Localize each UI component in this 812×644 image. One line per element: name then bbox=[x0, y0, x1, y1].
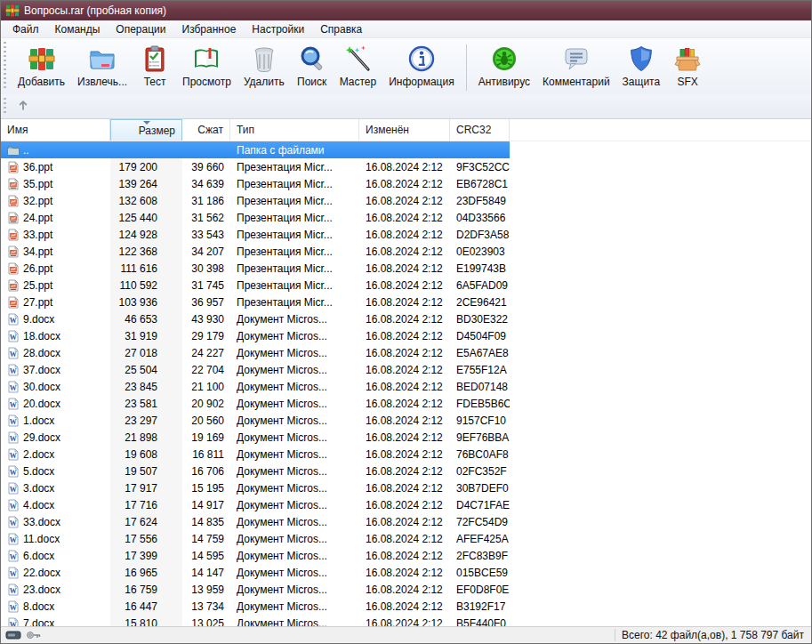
cell-packed: 13 959 bbox=[182, 584, 230, 596]
file-row-34.ppt[interactable]: 34.ppt122 36834 207Презентация Micr...16… bbox=[1, 243, 811, 260]
cell-crc: 015BCE59 bbox=[450, 567, 510, 579]
column-header-name[interactable]: Имя bbox=[1, 119, 110, 141]
toolbar-button-wizard[interactable]: Мастер bbox=[334, 41, 383, 89]
toolbar-button-delete[interactable]: Удалить bbox=[237, 41, 291, 89]
file-row-11.docx[interactable]: W11.docx17 55614 759Документ Micros...16… bbox=[1, 530, 811, 547]
winrar-app-icon[interactable] bbox=[5, 4, 20, 18]
docx-file-icon: W bbox=[7, 415, 20, 427]
file-row-33.docx[interactable]: W33.docx17 62414 835Документ Micros...16… bbox=[1, 513, 811, 530]
cell-name: W33.docx bbox=[1, 516, 110, 528]
file-row-23.docx[interactable]: W23.docx16 75913 959Документ Micros...16… bbox=[1, 581, 811, 598]
column-header-type[interactable]: Тип bbox=[230, 119, 359, 141]
toolbar-button-search[interactable]: Поиск bbox=[291, 41, 334, 89]
file-row-1.docx[interactable]: W1.docx23 29720 560Документ Micros...16.… bbox=[1, 412, 811, 429]
toolbar-button-antivirus[interactable]: Антивирус bbox=[472, 41, 536, 89]
toolbar-button-comment[interactable]: Комментарий bbox=[536, 41, 616, 89]
cell-name: 27.ppt bbox=[1, 296, 110, 309]
svg-text:W: W bbox=[10, 519, 17, 527]
toolbar-button-sfx[interactable]: SFX bbox=[666, 41, 709, 89]
menu-item-4[interactable]: Настройки bbox=[244, 21, 312, 37]
toolbar-button-protect[interactable]: Защита bbox=[616, 41, 667, 89]
menu-item-0[interactable]: Файл bbox=[4, 21, 47, 37]
column-header-modified[interactable]: Изменён bbox=[359, 119, 450, 141]
cell-type: Документ Micros... bbox=[230, 533, 359, 545]
menu-item-2[interactable]: Операции bbox=[108, 21, 173, 37]
file-row-9.docx[interactable]: W9.docx46 65343 930Документ Micros...16.… bbox=[1, 310, 811, 327]
cell-size: 122 368 bbox=[110, 246, 182, 258]
file-row-32.ppt[interactable]: 32.ppt132 60831 186Презентация Micr...16… bbox=[1, 192, 811, 209]
toolbar-button-test[interactable]: Тест bbox=[133, 41, 176, 89]
file-row-22.docx[interactable]: W22.docx16 96514 147Документ Micros...16… bbox=[1, 564, 811, 581]
file-row-..[interactable]: ..Папка с файлами bbox=[1, 141, 510, 158]
file-row-18.docx[interactable]: W18.docx31 91929 179Документ Micros...16… bbox=[1, 327, 811, 344]
file-row-25.ppt[interactable]: 25.ppt110 59231 745Презентация Micr...16… bbox=[1, 277, 811, 294]
file-row-35.ppt[interactable]: 35.ppt139 26434 639Презентация Micr...16… bbox=[1, 175, 811, 192]
cell-packed: 34 207 bbox=[182, 246, 230, 258]
file-row-26.ppt[interactable]: 26.ppt111 61630 398Презентация Micr...16… bbox=[1, 260, 811, 277]
file-row-37.docx[interactable]: W37.docx25 50422 704Документ Micros...16… bbox=[1, 361, 811, 378]
file-row-29.docx[interactable]: W29.docx21 89819 169Документ Micros...16… bbox=[1, 429, 811, 446]
cell-packed: 22 704 bbox=[182, 364, 230, 376]
cell-size: 179 200 bbox=[110, 161, 182, 173]
cell-type: Презентация Micr... bbox=[230, 195, 359, 207]
cell-name: W3.docx bbox=[1, 482, 110, 495]
ppt-file-icon bbox=[7, 279, 20, 292]
cell-packed: 31 186 bbox=[182, 195, 230, 207]
toolbar-button-view[interactable]: Просмотр bbox=[176, 41, 237, 89]
file-row-28.docx[interactable]: W28.docx27 01824 227Документ Micros...16… bbox=[1, 344, 811, 361]
extract-folder-icon bbox=[87, 44, 117, 74]
cell-modified: 16.08.2024 2:12 bbox=[359, 313, 450, 326]
cell-packed: 33 543 bbox=[182, 229, 230, 241]
cell-packed: 39 660 bbox=[182, 161, 230, 173]
column-header-packed[interactable]: Сжат bbox=[182, 119, 230, 141]
docx-file-icon: W bbox=[7, 499, 20, 511]
file-row-33.ppt[interactable]: 33.ppt124 92833 543Презентация Micr...16… bbox=[1, 226, 811, 243]
file-row-27.ppt[interactable]: 27.ppt103 93636 957Презентация Micr...16… bbox=[1, 294, 811, 310]
file-row-36.ppt[interactable]: 36.ppt179 20039 660Презентация Micr...16… bbox=[1, 158, 811, 175]
file-name: 20.docx bbox=[23, 398, 60, 410]
file-name: 22.docx bbox=[23, 567, 60, 579]
cell-modified: 16.08.2024 2:12 bbox=[359, 482, 450, 495]
ppt-file-icon bbox=[7, 262, 20, 275]
disk-icon[interactable] bbox=[5, 630, 21, 640]
toolbar-button-extract[interactable]: Извлечь... bbox=[71, 41, 133, 89]
file-name: 25.ppt bbox=[23, 279, 52, 292]
window-title: Вопросы.rar (пробная копия) bbox=[24, 4, 166, 17]
docx-file-icon: W bbox=[7, 431, 20, 444]
file-row-5.docx[interactable]: W5.docx19 50716 706Документ Micros...16.… bbox=[1, 463, 811, 479]
cell-name: W11.docx bbox=[1, 533, 110, 545]
file-row-30.docx[interactable]: W30.docx23 84521 100Документ Micros...16… bbox=[1, 378, 811, 395]
cell-crc: EF0D8F0E bbox=[450, 584, 510, 596]
docx-file-icon: W bbox=[7, 364, 20, 376]
menu-item-3[interactable]: Избранное bbox=[174, 21, 245, 37]
cell-modified: 16.08.2024 2:12 bbox=[359, 381, 450, 393]
cell-size: 31 919 bbox=[110, 330, 182, 342]
cell-packed: 21 100 bbox=[182, 381, 230, 393]
cell-modified: 16.08.2024 2:12 bbox=[359, 448, 450, 461]
menu-item-1[interactable]: Команды bbox=[47, 21, 109, 37]
file-row-8.docx[interactable]: W8.docx16 44713 734Документ Micros...16.… bbox=[1, 598, 811, 615]
file-name: 6.docx bbox=[23, 550, 54, 562]
file-name: 27.ppt bbox=[23, 296, 52, 309]
cell-type: Документ Micros... bbox=[230, 465, 359, 478]
column-header-size[interactable]: Размер bbox=[110, 119, 182, 141]
up-button[interactable] bbox=[12, 97, 35, 117]
cell-name: 33.ppt bbox=[1, 229, 110, 241]
file-row-4.docx[interactable]: W4.docx17 71614 917Документ Micros...16.… bbox=[1, 496, 811, 513]
cell-packed: 16 706 bbox=[182, 465, 230, 478]
cell-packed: 20 560 bbox=[182, 415, 230, 427]
toolbar-button-add[interactable]: Добавить bbox=[12, 41, 71, 89]
cell-crc: 9EF76BBA bbox=[450, 431, 510, 444]
file-row-2.docx[interactable]: W2.docx19 60816 811Документ Micros...16.… bbox=[1, 446, 811, 463]
cell-crc: 0E023903 bbox=[450, 246, 510, 258]
file-row-20.docx[interactable]: W20.docx23 58120 902Документ Micros...16… bbox=[1, 395, 811, 412]
menu-item-5[interactable]: Справка bbox=[312, 21, 370, 37]
file-row-3.docx[interactable]: W3.docx17 91715 195Документ Micros...16.… bbox=[1, 479, 811, 496]
column-header-crc[interactable]: CRC32 bbox=[450, 119, 510, 141]
toolbar-button-info[interactable]: Информация bbox=[382, 41, 460, 89]
file-row-24.ppt[interactable]: 24.ppt125 44031 562Презентация Micr...16… bbox=[1, 209, 811, 226]
key-icon[interactable] bbox=[26, 630, 42, 640]
file-row-6.docx[interactable]: W6.docx17 39914 595Документ Micros...16.… bbox=[1, 547, 811, 564]
file-name: .. bbox=[23, 144, 29, 157]
cell-packed: 43 930 bbox=[182, 313, 230, 326]
